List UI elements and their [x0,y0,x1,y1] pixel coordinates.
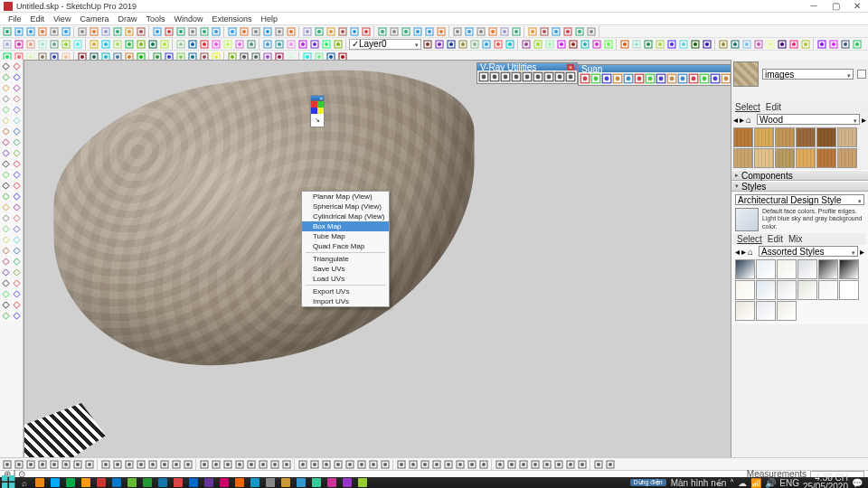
vray-btn-3[interactable] [511,71,522,82]
bbar-btn-22[interactable] [269,459,280,470]
ltool-13-0[interactable] [1,202,11,212]
tb2-btn-1[interactable] [14,39,24,50]
tb1-btn-31[interactable] [389,26,400,37]
tb1-btn-22[interactable] [274,26,285,37]
maximize-button[interactable]: ▢ [828,1,843,12]
tb1-btn-33[interactable] [412,26,423,37]
menu-edit[interactable]: Edit [26,14,50,23]
task-app-20[interactable] [340,478,354,487]
tb2-btn-23[interactable] [286,39,297,50]
tb1-btn-38[interactable] [476,26,486,37]
search-icon[interactable]: ⌕ [17,478,32,487]
tb2-btn-9[interactable] [112,39,123,50]
vray-btn-1[interactable] [489,71,500,82]
tb1-btn-23[interactable] [286,26,297,37]
bbar-btn-16[interactable] [199,459,210,470]
style-thumb-11[interactable] [839,280,859,300]
ltool-0-1[interactable] [12,61,22,71]
wood-swatch-6[interactable] [733,148,753,168]
style-thumb-1[interactable] [756,259,776,279]
bbar-btn-49[interactable] [605,459,616,470]
ctx-tube-map[interactable]: Tube Map [302,231,389,241]
wood-swatch-7[interactable] [754,148,774,168]
bbar-btn-26[interactable] [321,459,332,470]
close-icon[interactable]: × [567,64,574,70]
tb1-btn-1[interactable] [14,26,24,37]
tb2b-btn-17[interactable] [631,39,642,50]
wood-swatch-1[interactable] [754,127,774,147]
tb1-btn-3[interactable] [37,26,48,37]
tb1-btn-32[interactable] [401,26,411,37]
tray-up-icon[interactable]: ˄ [730,478,734,488]
suan-btn-9[interactable] [677,73,688,84]
tb1-btn-25[interactable] [314,26,325,37]
ltool-3-1[interactable] [12,94,22,104]
tb2-btn-12[interactable] [147,39,158,50]
wood-swatch-3[interactable] [796,127,816,147]
tray-lang[interactable]: ENG [779,478,799,488]
bbar-btn-35[interactable] [431,459,442,470]
styles-tab-edit[interactable]: Edit [768,234,783,244]
tb1-btn-43[interactable] [539,26,550,37]
ltool-11-1[interactable] [12,181,22,191]
tb1-btn-13[interactable] [164,26,175,37]
bbar-btn-39[interactable] [478,459,489,470]
ltool-2-0[interactable] [1,83,11,93]
bbar-btn-23[interactable] [281,459,292,470]
bbar-btn-28[interactable] [344,459,355,470]
tb1-btn-36[interactable] [452,26,463,37]
tb1-btn-26[interactable] [326,26,336,37]
task-app-3[interactable] [79,478,93,487]
suan-btn-3[interactable] [612,73,623,84]
tb2-btn-14[interactable] [175,39,186,50]
ltool-22-0[interactable] [1,300,11,310]
bbar-btn-43[interactable] [530,459,541,470]
tb2-btn-6[interactable] [72,39,83,50]
wood-swatch-8[interactable] [775,148,795,168]
tb2b-btn-33[interactable] [828,39,839,50]
details-icon[interactable]: ▸ [860,247,864,257]
material-thumbnail[interactable] [733,61,759,87]
task-app-11[interactable] [202,478,216,487]
tb2-btn-22[interactable] [274,39,285,50]
ltool-21-0[interactable] [1,289,11,299]
tb2b-btn-7[interactable] [505,39,515,50]
bbar-btn-31[interactable] [380,459,391,470]
task-app-8[interactable] [156,478,170,487]
tray-volume-icon[interactable]: 🔊 [765,478,776,488]
menu-tools[interactable]: Tools [141,14,169,23]
task-app-10[interactable] [186,478,201,487]
suan-btn-0[interactable] [580,73,590,84]
tb2-btn-18[interactable] [222,39,233,50]
tb2b-btn-3[interactable] [458,39,468,50]
tb2b-btn-32[interactable] [816,39,827,50]
task-app-2[interactable] [63,478,78,487]
menu-extensions[interactable]: Extensions [207,14,256,23]
details-icon[interactable]: ▸ [862,115,866,125]
vray-btn-4[interactable] [522,71,533,82]
menu-file[interactable]: File [4,14,26,23]
tb1-btn-0[interactable] [2,26,13,37]
home-icon[interactable]: ⌂ [748,247,757,256]
tb2b-btn-14[interactable] [591,39,602,50]
task-app-14[interactable] [248,478,262,487]
task-app-7[interactable] [140,478,155,487]
tb1-btn-47[interactable] [586,26,597,37]
suan-btn-11[interactable] [699,73,710,84]
tb2b-btn-1[interactable] [434,39,445,50]
materials-tab-select[interactable]: Select [735,102,760,112]
ctx-quad-face-map[interactable]: Quad Face Map [302,241,389,251]
ltool-11-0[interactable] [1,181,11,191]
bbar-btn-45[interactable] [553,459,564,470]
tb2b-btn-4[interactable] [469,39,480,50]
bbar-btn-32[interactable] [396,459,407,470]
ltool-17-1[interactable] [12,246,22,256]
wood-swatch-4[interactable] [816,127,836,147]
ltool-12-0[interactable] [1,192,11,202]
tb1-btn-45[interactable] [562,26,573,37]
tb1-btn-6[interactable] [77,26,88,37]
tb1-btn-12[interactable] [152,26,163,37]
bbar-btn-34[interactable] [420,459,430,470]
ltool-20-0[interactable] [1,278,11,288]
tb1-btn-4[interactable] [49,26,60,37]
